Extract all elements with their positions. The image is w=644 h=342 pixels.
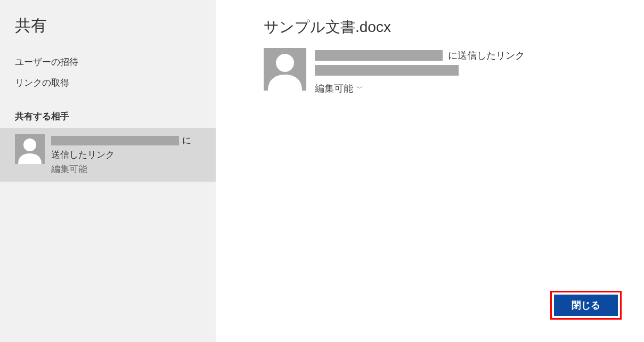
redacted-name [51, 136, 179, 145]
sidebar-share-item-body: に 送信したリンク 編集可能 [51, 134, 201, 175]
redacted-email [315, 65, 459, 76]
sidebar-share-item-line1: に [51, 134, 201, 146]
svg-point-1 [276, 54, 294, 72]
sidebar-link-get-link[interactable]: リンクの取得 [0, 72, 216, 93]
main-share-body: に送信したリンク 編集可能 ﹀ [315, 48, 596, 95]
sidebar-share-item[interactable]: に 送信したリンク 編集可能 [0, 128, 216, 182]
close-button[interactable]: 閉じる [554, 295, 618, 316]
redacted-name [315, 50, 443, 61]
permission-dropdown[interactable]: 編集可能 ﹀ [315, 82, 596, 95]
main-share-suffix: に送信したリンク [448, 49, 525, 62]
main-panel: サンプル文書.docx に送信したリンク 編集可能 ﹀ 閉じる [216, 0, 644, 342]
sidebar-link-invite-users[interactable]: ユーザーの招待 [0, 52, 216, 72]
sidebar-share-suffix: に [182, 134, 191, 146]
main-share-line1: に送信したリンク [315, 49, 596, 62]
sidebar-section-heading: 共有する相手 [0, 93, 216, 128]
sidebar-share-permission: 編集可能 [51, 163, 201, 175]
sidebar-share-line2: 送信したリンク [51, 149, 201, 161]
document-title: サンプル文書.docx [264, 17, 596, 37]
close-button-highlight: 閉じる [550, 291, 622, 320]
avatar-icon [264, 48, 306, 91]
sidebar: 共有 ユーザーの招待 リンクの取得 共有する相手 に 送信したリンク 編集可能 [0, 0, 216, 342]
permission-label: 編集可能 [315, 82, 353, 95]
svg-point-0 [23, 139, 36, 151]
avatar-icon [15, 134, 45, 164]
sidebar-title: 共有 [0, 15, 216, 52]
chevron-down-icon: ﹀ [356, 84, 363, 93]
main-share-row: に送信したリンク 編集可能 ﹀ [264, 48, 596, 95]
